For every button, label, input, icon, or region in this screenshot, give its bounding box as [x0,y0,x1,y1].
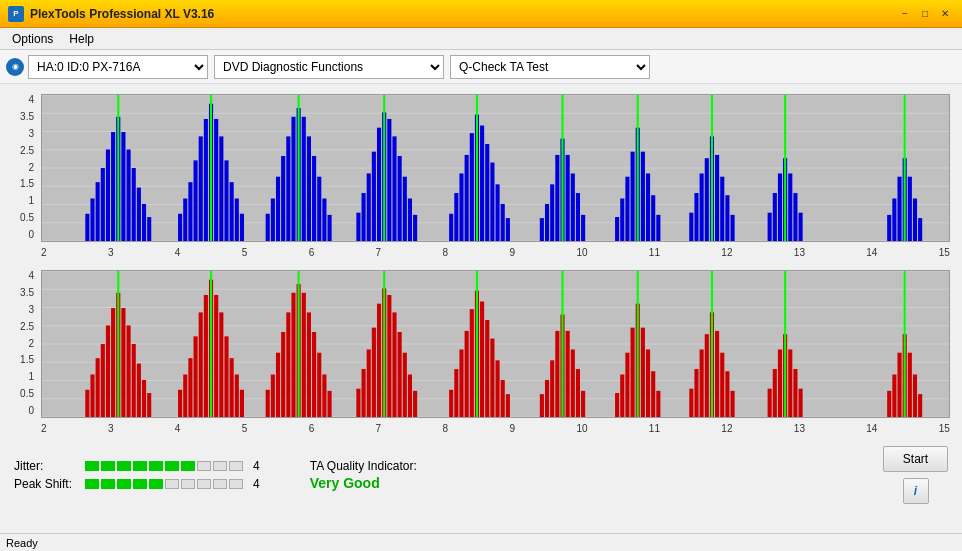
drive-dropdown[interactable]: HA:0 ID:0 PX-716A [28,55,208,79]
svg-rect-163 [281,332,285,417]
svg-rect-156 [230,358,234,417]
title-text: PlexTools Professional XL V3.16 [30,7,214,21]
svg-rect-215 [641,328,645,417]
test-dropdown[interactable]: Q-Check TA Test [450,55,650,79]
svg-rect-213 [631,328,635,417]
svg-rect-227 [725,371,729,417]
bottom-chart-svg [42,271,949,417]
top-chart-y-axis: 4 3.5 3 2.5 2 1.5 1 0.5 0 [6,94,38,240]
jitter-seg-10 [229,461,243,471]
svg-rect-181 [392,312,396,417]
bottom-chart-area: 4 3.5 3 2.5 2 1.5 1 0.5 0 [6,264,956,436]
svg-rect-185 [413,391,417,417]
peak-seg-9 [213,479,227,489]
svg-rect-49 [327,215,331,241]
info-button[interactable]: i [903,478,929,504]
svg-rect-137 [111,308,115,417]
svg-rect-193 [480,302,484,417]
svg-rect-61 [408,199,412,241]
svg-rect-46 [312,156,316,241]
svg-rect-115 [887,215,891,241]
svg-rect-95 [656,215,660,241]
svg-rect-133 [90,375,94,417]
svg-rect-222 [700,349,704,417]
svg-rect-208 [581,391,585,417]
svg-rect-100 [705,158,709,241]
svg-rect-87 [615,217,619,241]
svg-rect-90 [631,152,635,241]
jitter-value: 4 [253,459,260,473]
svg-rect-174 [356,389,360,417]
svg-rect-151 [204,295,208,417]
svg-rect-205 [566,331,570,417]
close-button[interactable]: ✕ [936,6,954,22]
svg-rect-216 [646,349,650,417]
svg-rect-187 [449,390,453,417]
svg-rect-32 [224,160,228,241]
svg-rect-105 [730,215,734,241]
svg-rect-143 [142,380,146,417]
svg-rect-198 [506,394,510,417]
svg-rect-53 [367,173,371,241]
bottom-chart-x-axis: 2 3 4 5 6 7 8 9 10 11 12 13 14 15 [41,423,950,434]
svg-rect-182 [398,332,402,417]
svg-rect-141 [132,344,136,417]
svg-rect-117 [897,177,901,241]
svg-rect-175 [362,369,366,417]
svg-rect-210 [615,393,619,417]
svg-rect-132 [85,390,89,417]
svg-rect-98 [694,193,698,241]
bottom-chart-canvas [41,270,950,418]
svg-rect-235 [793,369,797,417]
svg-rect-184 [408,375,412,417]
svg-rect-120 [913,199,917,241]
drive-selector: ◉ HA:0 ID:0 PX-716A [6,55,208,79]
svg-rect-39 [276,177,280,241]
peak-shift-label: Peak Shift: [14,477,79,491]
jitter-seg-9 [213,461,227,471]
svg-rect-142 [137,364,141,417]
peak-seg-7 [181,479,195,489]
svg-rect-38 [271,199,275,241]
svg-rect-72 [490,163,494,241]
svg-rect-10 [90,199,94,241]
svg-rect-113 [799,213,803,241]
window-controls: − □ ✕ [896,6,954,22]
start-button[interactable]: Start [883,446,948,472]
svg-rect-167 [302,293,306,417]
svg-rect-150 [199,312,203,417]
svg-rect-196 [496,360,500,417]
menu-options[interactable]: Options [4,30,61,48]
svg-rect-183 [403,353,407,417]
minimize-button[interactable]: − [896,6,914,22]
svg-rect-164 [286,312,290,417]
svg-rect-18 [132,168,136,241]
peak-seg-2 [101,479,115,489]
svg-rect-221 [694,369,698,417]
jitter-seg-3 [117,461,131,471]
peak-shift-bar [85,479,243,489]
maximize-button[interactable]: □ [916,6,934,22]
top-chart-area: 4 3.5 3 2.5 2 1.5 1 0.5 0 [6,88,956,260]
function-dropdown[interactable]: DVD Diagnostic Functions [214,55,444,79]
drive-icon: ◉ [6,58,24,76]
svg-rect-240 [897,353,901,417]
svg-rect-54 [372,152,376,241]
svg-rect-153 [214,295,218,417]
svg-rect-234 [788,349,792,417]
svg-rect-171 [322,375,326,417]
jitter-seg-7 [181,461,195,471]
svg-rect-238 [887,391,891,417]
svg-rect-71 [485,144,489,241]
svg-rect-23 [178,214,182,241]
svg-rect-212 [625,353,629,417]
svg-rect-40 [281,156,285,241]
menu-help[interactable]: Help [61,30,102,48]
peak-seg-1 [85,479,99,489]
svg-rect-31 [219,136,223,241]
svg-rect-140 [127,325,131,417]
svg-rect-220 [689,389,693,417]
svg-rect-35 [240,214,244,241]
menu-bar: Options Help [0,28,962,50]
svg-rect-223 [705,334,709,417]
